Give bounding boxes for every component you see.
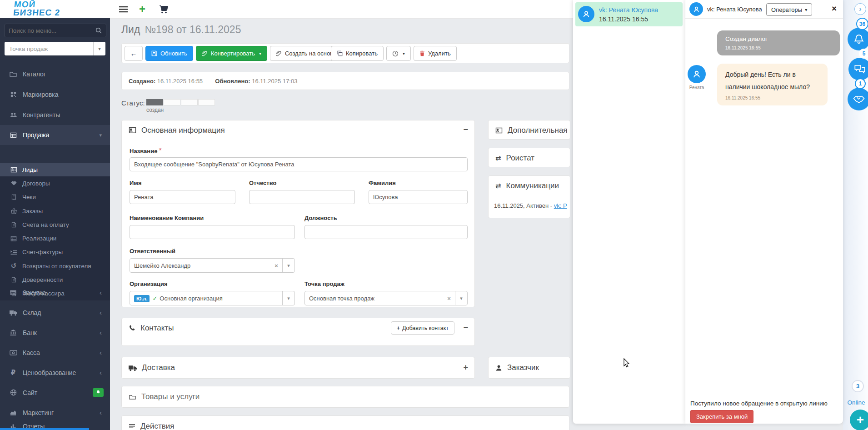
convert-button[interactable]: Конвертировать ▾ <box>196 46 267 61</box>
sales-table-icon <box>8 132 18 139</box>
notifications-bell-icon[interactable] <box>848 28 868 50</box>
convert-button-label: Конвертировать <box>211 50 255 57</box>
sidebar-item-site[interactable]: Сайт <box>0 382 110 403</box>
sales-point-label: Точка продаж <box>304 280 344 287</box>
chat-list-item-time: 16.11.2025 16:55 <box>599 15 648 23</box>
middle-name-input[interactable] <box>249 190 355 204</box>
pin-to-me-button[interactable]: Закрепить за мной <box>690 410 753 423</box>
organization-value: Основная организация <box>160 295 223 302</box>
add-contact-button[interactable]: + Добавить контакт <box>391 321 454 335</box>
client-message-time: 16.11.2025 16:55 <box>725 95 819 100</box>
sidebar-item-marking[interactable]: Маркировка <box>0 84 110 105</box>
clear-icon[interactable]: × <box>270 262 282 269</box>
money-icon <box>8 350 18 355</box>
document-icon <box>9 221 18 228</box>
created-value: 16.11.2025 16:55 <box>157 78 203 85</box>
add-widget-button[interactable]: + <box>850 410 868 430</box>
last-name-input[interactable] <box>369 190 468 204</box>
company-input[interactable] <box>130 225 295 239</box>
submenu-item-leads[interactable]: Лиды <box>0 163 110 176</box>
chevron-left-icon: ‹ <box>100 409 102 416</box>
sidebar-item-pricing[interactable]: ₽ Ценообразование ‹ <box>0 362 110 383</box>
delete-button[interactable]: Удалить <box>414 46 457 61</box>
chevron-down-icon[interactable]: ▾ <box>93 42 105 55</box>
add-new-icon[interactable]: + <box>135 4 149 15</box>
middle-name-label: Отчество <box>249 180 276 186</box>
update-button[interactable]: Обновить <box>145 46 193 61</box>
roistat-header[interactable]: ⇄ Роистат <box>489 148 570 167</box>
delivery-header[interactable]: Доставка + <box>122 357 474 378</box>
additional-info-header[interactable]: Дополнительная и <box>489 120 570 140</box>
communications-header[interactable]: ⇄ Коммуникации <box>489 176 570 195</box>
deals-handshake-icon[interactable] <box>848 88 868 110</box>
globe-icon <box>8 389 18 396</box>
check-icon: ✓ <box>152 295 157 302</box>
expand-icon[interactable]: + <box>463 363 468 372</box>
responsible-select[interactable]: Шемейко Александр × ▾ <box>130 258 295 273</box>
cart-icon[interactable] <box>157 4 170 15</box>
close-icon[interactable]: × <box>832 4 837 14</box>
sidebar-item-sales[interactable]: Продажа ▾ <box>0 125 110 145</box>
position-label: Должность <box>304 215 337 221</box>
copy-button-label: Копировать <box>346 50 378 57</box>
hamburger-menu-icon[interactable] <box>116 4 130 15</box>
sidebar-item-catalog[interactable]: Каталог <box>0 64 110 84</box>
responsible-value: Шемейко Александр <box>130 262 270 269</box>
system-message-bubble: Создан диалог 16.11.2025 16:55 <box>717 30 840 55</box>
submenu-item-invoice-factures[interactable]: Счет-фактуры <box>0 245 110 259</box>
sidebar-item-warehouse[interactable]: Склад ‹ <box>0 302 110 323</box>
chat-list-item[interactable]: vk: Рената Юсупова 16.11.2025 16:55 <box>575 2 683 26</box>
collapse-icon[interactable]: − <box>463 125 468 135</box>
submenu-item-orders[interactable]: Заказы <box>0 204 110 218</box>
main-info-title: Основная информация <box>141 126 225 135</box>
chevron-down-icon[interactable]: ▾ <box>282 291 294 305</box>
customer-header[interactable]: Заказчик <box>489 357 570 378</box>
sidebar-item-cash[interactable]: Касса ‹ <box>0 342 110 363</box>
chevron-down-icon[interactable]: ▾ <box>455 291 467 305</box>
history-button[interactable]: ▾ <box>386 46 411 61</box>
sidebar: Точка продаж ▾ Каталог Маркировка Контра… <box>0 18 110 430</box>
actions-header[interactable]: Действия <box>122 416 569 430</box>
new-request-notice: Поступило новое обращение в открытую лин… <box>690 400 828 407</box>
sidebar-item-marketing[interactable]: Маркетинг ‹ <box>0 402 110 423</box>
submenu-item-receipts[interactable]: Чеки <box>0 190 110 204</box>
sidebar-item-counterparties[interactable]: Контрагенты <box>0 105 110 125</box>
products-header[interactable]: Товары и услуги <box>122 386 569 407</box>
name-input[interactable] <box>130 157 468 171</box>
sales-point-select[interactable]: Точка продаж ▾ <box>5 42 105 55</box>
realization-table-icon <box>9 235 18 242</box>
sidebar-item-purchase[interactable]: Закупка ‹ <box>0 282 110 303</box>
main-info-header[interactable]: Основная информация − <box>122 120 474 140</box>
sidebar-scroll-indicator[interactable] <box>0 428 89 430</box>
chevron-down-icon: ▾ <box>805 7 807 12</box>
sidebar-item-bank[interactable]: Банк ‹ <box>0 322 110 343</box>
organization-select[interactable]: Ю.л.✓Основная организация ▾ <box>130 291 295 305</box>
sales-point-field-select[interactable]: Основная точка продаж × ▾ <box>304 291 468 305</box>
products-panel: Товары и услуги <box>121 386 569 408</box>
rail-collapse-icon[interactable]: › <box>854 3 866 15</box>
submenu-item-contracts[interactable]: Договоры <box>0 176 110 190</box>
operators-dropdown[interactable]: Операторы ▾ <box>766 3 812 16</box>
avatar <box>689 2 703 16</box>
delete-button-label: Удалить <box>428 50 451 57</box>
first-name-input[interactable] <box>130 190 235 204</box>
position-input[interactable] <box>304 225 468 239</box>
collapse-icon[interactable]: − <box>463 323 468 332</box>
clear-icon[interactable]: × <box>443 295 455 302</box>
chevron-down-icon[interactable]: ▾ <box>282 259 294 272</box>
contacts-header[interactable]: Контакты + Добавить контакт − <box>122 318 474 338</box>
menu-search-input[interactable] <box>5 27 95 34</box>
submenu-item-invoices-for-payment[interactable]: Счета на оплату <box>0 218 110 231</box>
communication-link[interactable]: vk: Р <box>554 202 567 209</box>
back-arrow-icon: ← <box>130 50 137 57</box>
copy-button[interactable]: Копировать <box>331 46 384 61</box>
avatar <box>578 6 594 22</box>
submenu-item-returns[interactable]: ↺ Возвраты от покупателя <box>0 259 110 273</box>
chevron-left-icon: ‹ <box>100 309 102 316</box>
submenu-item-realizations[interactable]: Реализации <box>0 231 110 245</box>
back-button[interactable]: ← <box>125 46 143 61</box>
chats-icon[interactable] <box>848 58 868 80</box>
receipt-icon <box>9 194 18 200</box>
search-icon[interactable] <box>95 27 102 34</box>
app-logo[interactable]: МОЙ БИЗНЕС 2 <box>13 0 61 17</box>
